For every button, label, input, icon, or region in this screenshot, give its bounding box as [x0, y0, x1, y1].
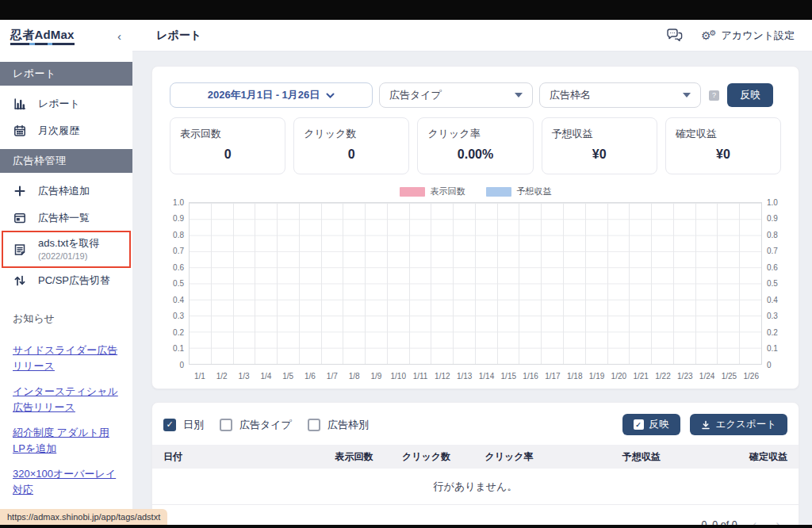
checkbox-ad-type[interactable]: 広告タイプ [220, 418, 292, 432]
table-column-header[interactable]: 日付 [152, 450, 307, 464]
sidebar-item-label: レポート [38, 97, 80, 111]
ad-frame-placeholder: 広告枠名 [550, 88, 591, 102]
sidebar-item-monthly-history[interactable]: 月次履歴 [0, 117, 132, 144]
pagination-range: 0–0 of 0 [701, 519, 737, 525]
x-tick-label: 1/3 [233, 372, 255, 381]
chart-grid-column [718, 203, 740, 364]
sidebar-news-link[interactable]: インタースティシャル広告リリース [13, 384, 120, 415]
legend-swatch-impressions [400, 187, 425, 197]
ad-frame-select[interactable]: 広告枠名 [539, 82, 701, 108]
main-header: レポート ⚙⚙ アカウント設定 [132, 20, 812, 52]
sidebar-item-label: ads.txtを取得 [38, 237, 100, 251]
ad-type-select[interactable]: 広告タイプ [379, 82, 533, 108]
chart-grid-column [586, 203, 608, 364]
x-tick-label: 1/7 [321, 372, 343, 381]
status-bar-url: https://admax.shinobi.jp/app/tags/adstxt [0, 509, 167, 525]
account-settings-button[interactable]: ⚙⚙ アカウント設定 [701, 29, 795, 43]
pagination: 0–0 of 0 ‹ › [152, 505, 799, 525]
plus-icon [13, 184, 27, 198]
x-tick-label: 1/6 [299, 372, 321, 381]
chart-grid-column [322, 203, 344, 364]
sidebar-item-report[interactable]: レポート [0, 90, 132, 117]
table-column-header[interactable]: 確定収益 [672, 450, 799, 464]
top-black-bar [0, 0, 812, 20]
calendar-icon [13, 124, 27, 138]
chart-grid-column [696, 203, 718, 364]
stat-label: クリック率 [427, 127, 523, 141]
next-page-icon[interactable]: › [772, 517, 784, 525]
chart-grid-column [674, 203, 696, 364]
x-tick-label: 1/9 [366, 372, 388, 381]
stat-label: 予想収益 [552, 127, 647, 141]
table-column-header[interactable]: クリック数 [385, 450, 462, 464]
admax-logo[interactable]: 忍者AdMax [10, 28, 75, 44]
checkbox-daily[interactable]: ✓ 日別 [163, 418, 204, 432]
prev-page-icon[interactable]: ‹ [749, 517, 761, 525]
sidebar-item-adframe-list[interactable]: 広告枠一覧 [0, 205, 132, 231]
table-apply-button[interactable]: ✓ 反映 [622, 414, 680, 435]
gears-icon: ⚙⚙ [701, 29, 717, 42]
chart-grid-column [630, 203, 652, 364]
sidebar: 忍者AdMax ‹ レポート レポート [0, 20, 132, 525]
legend-label-impressions: 表示回数 [431, 186, 465, 197]
chart-grid-column [388, 203, 410, 364]
chart-grid-column [190, 203, 212, 364]
swap-arrows-icon [13, 274, 27, 288]
table-header-row: 日付表示回数クリック数クリック率予想収益確定収益 [152, 445, 799, 469]
sidebar-item-label: 広告枠一覧 [38, 211, 90, 225]
x-tick-label: 1/25 [718, 372, 741, 381]
sidebar-news-link[interactable]: 320×100オーバーレイ対応 [13, 466, 120, 497]
y-axis-right: 1.00.90.80.70.60.50.40.30.20.10 [762, 202, 787, 365]
sidebar-item-label: 月次履歴 [38, 124, 79, 138]
chart-legend: 表示回数 予想収益 [162, 186, 789, 197]
chart-grid-column [542, 203, 564, 364]
x-tick-label: 1/17 [542, 372, 564, 381]
stat-card: 確定収益 ¥0 [665, 117, 781, 174]
x-tick-label: 1/16 [519, 372, 542, 381]
x-tick-label: 1/14 [476, 372, 498, 381]
chart-grid-column [498, 203, 520, 364]
checkbox-ad-frame[interactable]: 広告枠別 [308, 418, 369, 432]
date-range-picker[interactable]: 2026年1月1日 - 1月26日 [170, 82, 373, 108]
table-column-header[interactable]: 表示回数 [307, 450, 385, 464]
stat-card: 表示回数 0 [170, 117, 285, 174]
chart-grid-column [212, 203, 234, 364]
account-settings-label: アカウント設定 [721, 29, 795, 43]
stat-label: 表示回数 [180, 127, 275, 141]
chat-bubble-icon[interactable] [666, 28, 684, 43]
bar-chart-icon [13, 97, 27, 111]
checkbox-unchecked-icon [308, 419, 320, 431]
stat-card: 予想収益 ¥0 [542, 117, 657, 174]
table-column-header[interactable]: 予想収益 [545, 450, 672, 464]
sidebar-section-report: レポート [0, 62, 132, 86]
stat-card: クリック率 0.00% [417, 117, 533, 174]
adstxt-date: (2022/01/19) [38, 251, 100, 262]
table-column-header[interactable]: クリック率 [462, 450, 545, 464]
x-tick-label: 1/23 [674, 372, 696, 381]
report-card: 2026年1月1日 - 1月26日 広告タイプ 広告枠名 ? 反映 [151, 66, 799, 389]
report-chart: 1.00.90.80.70.60.50.40.30.20.10 1.00.90.… [163, 202, 787, 381]
apply-filters-button[interactable]: 反映 [727, 83, 773, 107]
page-title: レポート [156, 29, 201, 43]
chart-grid-column [278, 203, 300, 364]
sidebar-news-link[interactable]: サイドスライダー広告リリース [13, 342, 120, 373]
sidebar-item-add-adframe[interactable]: 広告枠追加 [0, 178, 132, 205]
sidebar-item-label: PC/SP広告切替 [38, 274, 110, 288]
x-tick-label: 1/18 [564, 372, 586, 381]
legend-swatch-revenue [486, 187, 511, 197]
x-tick-label: 1/20 [607, 372, 630, 381]
sidebar-collapse-icon[interactable]: ‹ [117, 29, 121, 43]
help-icon[interactable]: ? [709, 90, 719, 101]
sidebar-news-link[interactable]: 紹介制度 アダルト用LPを追加 [13, 425, 120, 456]
sidebar-item-label: 広告枠追加 [38, 184, 90, 198]
export-button[interactable]: エクスポート [690, 414, 787, 435]
y-axis-left: 1.00.90.80.70.60.50.40.30.20.10 [163, 202, 189, 365]
stat-value: 0 [304, 147, 399, 162]
notice-section-label: お知らせ [0, 299, 132, 327]
x-tick-label: 1/2 [211, 372, 233, 381]
sidebar-item-pcsp-switch[interactable]: PC/SP広告切替 [0, 267, 132, 294]
sidebar-item-adstxt[interactable]: ads.txtを取得 (2022/01/19) [2, 231, 130, 267]
chart-grid-column [431, 203, 454, 364]
chart-grid-column [519, 203, 542, 364]
table-empty-message: 行がありません。 [152, 469, 799, 505]
